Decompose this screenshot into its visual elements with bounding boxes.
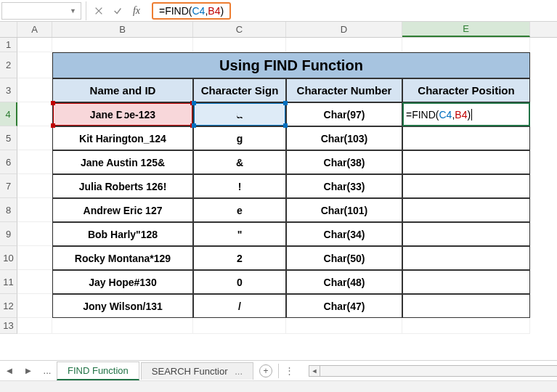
- cell-A3[interactable]: [17, 78, 52, 102]
- scroll-track[interactable]: [320, 365, 557, 377]
- header-name-id[interactable]: Name and ID: [52, 78, 193, 102]
- select-all-triangle[interactable]: [0, 22, 17, 37]
- header-char-position[interactable]: Character Position: [402, 78, 530, 102]
- rowhead-13[interactable]: 13: [0, 318, 17, 334]
- cell-D11[interactable]: Char(48): [286, 270, 402, 294]
- cell-C5[interactable]: g: [193, 126, 286, 150]
- cell-C1[interactable]: [193, 38, 286, 52]
- col-B[interactable]: B: [52, 22, 193, 37]
- cell-C12[interactable]: /: [193, 294, 286, 318]
- rowhead-3[interactable]: 3: [0, 78, 17, 102]
- cell-D1[interactable]: [286, 38, 402, 52]
- rowhead-11[interactable]: 11: [0, 270, 17, 294]
- tab-ellipsis[interactable]: ...: [39, 363, 55, 379]
- col-D[interactable]: D: [286, 22, 402, 37]
- cell-B4[interactable]: Jane Doe-123: [52, 102, 193, 126]
- cell-A13[interactable]: [17, 318, 52, 334]
- cell-B13[interactable]: [52, 318, 193, 334]
- cell-B11[interactable]: Jay Hope#130: [52, 270, 193, 294]
- sheet-tab-search[interactable]: SEARCH Functior ...: [141, 362, 253, 380]
- cell-B9[interactable]: Bob Harly"128: [52, 222, 193, 246]
- cell-D6[interactable]: Char(38): [286, 150, 402, 174]
- rowhead-12[interactable]: 12: [0, 294, 17, 318]
- cell-D10[interactable]: Char(50): [286, 246, 402, 270]
- cell-D7[interactable]: Char(33): [286, 174, 402, 198]
- cell-C8[interactable]: e: [193, 198, 286, 222]
- cell-C4[interactable]: a: [193, 102, 286, 126]
- cell-E12[interactable]: [402, 294, 530, 318]
- tab-scroll-right-icon[interactable]: ►: [20, 363, 36, 379]
- cell-B12[interactable]: Jony Wilson/131: [52, 294, 193, 318]
- cell-E10[interactable]: [402, 246, 530, 270]
- cell-A7[interactable]: [17, 174, 52, 198]
- cell-A1[interactable]: [17, 38, 52, 52]
- cell-C9[interactable]: ": [193, 222, 286, 246]
- cell-E5[interactable]: [402, 126, 530, 150]
- cell-B7[interactable]: Julia Roberts 126!: [52, 174, 193, 198]
- rowhead-9[interactable]: 9: [0, 222, 17, 246]
- cell-C7[interactable]: !: [193, 174, 286, 198]
- col-C[interactable]: C: [193, 22, 286, 37]
- cell-E1[interactable]: [402, 38, 530, 52]
- rowhead-1[interactable]: 1: [0, 38, 17, 52]
- cell-A10[interactable]: [17, 246, 52, 270]
- cell-A6[interactable]: [17, 150, 52, 174]
- cell-B8[interactable]: Andrew Eric 127: [52, 198, 193, 222]
- cell-E8[interactable]: [402, 198, 530, 222]
- cell-C11[interactable]: 0: [193, 270, 286, 294]
- check-icon: [113, 6, 123, 16]
- cell-C13[interactable]: [193, 318, 286, 334]
- cell-A9[interactable]: [17, 222, 52, 246]
- cell-B10[interactable]: Rocky Montana*129: [52, 246, 193, 270]
- tab-split-handle[interactable]: ⋮: [285, 365, 294, 376]
- cell-D4[interactable]: Char(97): [286, 102, 402, 126]
- scroll-left-icon[interactable]: ◄: [309, 365, 320, 377]
- name-box-dropdown-icon[interactable]: ▼: [70, 7, 76, 15]
- cell-A2[interactable]: [17, 52, 52, 78]
- formula-input[interactable]: =FIND(C4,B4): [152, 2, 231, 20]
- cell-D9[interactable]: Char(34): [286, 222, 402, 246]
- cell-D5[interactable]: Char(103): [286, 126, 402, 150]
- cancel-button[interactable]: [89, 2, 108, 20]
- header-char-sign[interactable]: Character Sign: [193, 78, 286, 102]
- cell-E4[interactable]: =FIND(C4,B4): [402, 102, 530, 126]
- cell-D13[interactable]: [286, 318, 402, 334]
- cell-E7[interactable]: [402, 174, 530, 198]
- col-A[interactable]: A: [17, 22, 52, 37]
- name-box[interactable]: ▼: [1, 2, 81, 20]
- add-sheet-button[interactable]: +: [259, 364, 272, 377]
- cell-A5[interactable]: [17, 126, 52, 150]
- cell-B5[interactable]: Kit Harington_124: [52, 126, 193, 150]
- fx-button[interactable]: fx: [127, 5, 146, 17]
- title-cell[interactable]: Using FIND Function: [52, 52, 530, 78]
- cell-C10[interactable]: 2: [193, 246, 286, 270]
- sheet-tab-find[interactable]: FIND Function: [57, 362, 139, 380]
- rowhead-5[interactable]: 5: [0, 126, 17, 150]
- col-E[interactable]: E: [402, 22, 530, 37]
- cell-A8[interactable]: [17, 198, 52, 222]
- cell-D12[interactable]: Char(47): [286, 294, 402, 318]
- horizontal-scrollbar[interactable]: ◄: [309, 365, 557, 377]
- formula-arg2: B4: [208, 5, 220, 17]
- rowhead-10[interactable]: 10: [0, 246, 17, 270]
- header-char-number[interactable]: Character Number: [286, 78, 402, 102]
- column-headers: A B C D E: [0, 22, 557, 38]
- cell-B1[interactable]: [52, 38, 193, 52]
- cell-D8[interactable]: Char(101): [286, 198, 402, 222]
- rowhead-7[interactable]: 7: [0, 174, 17, 198]
- enter-button[interactable]: [108, 2, 127, 20]
- cell-A4[interactable]: [17, 102, 52, 126]
- rowhead-4[interactable]: 4: [0, 102, 17, 126]
- cell-A12[interactable]: [17, 294, 52, 318]
- cell-E13[interactable]: [402, 318, 530, 334]
- tab-scroll-left-icon[interactable]: ◄: [1, 363, 17, 379]
- cell-E11[interactable]: [402, 270, 530, 294]
- rowhead-6[interactable]: 6: [0, 150, 17, 174]
- cell-B6[interactable]: Jane Austin 125&: [52, 150, 193, 174]
- cell-A11[interactable]: [17, 270, 52, 294]
- rowhead-8[interactable]: 8: [0, 198, 17, 222]
- rowhead-2[interactable]: 2: [0, 52, 17, 78]
- cell-E6[interactable]: [402, 150, 530, 174]
- cell-E9[interactable]: [402, 222, 530, 246]
- cell-C6[interactable]: &: [193, 150, 286, 174]
